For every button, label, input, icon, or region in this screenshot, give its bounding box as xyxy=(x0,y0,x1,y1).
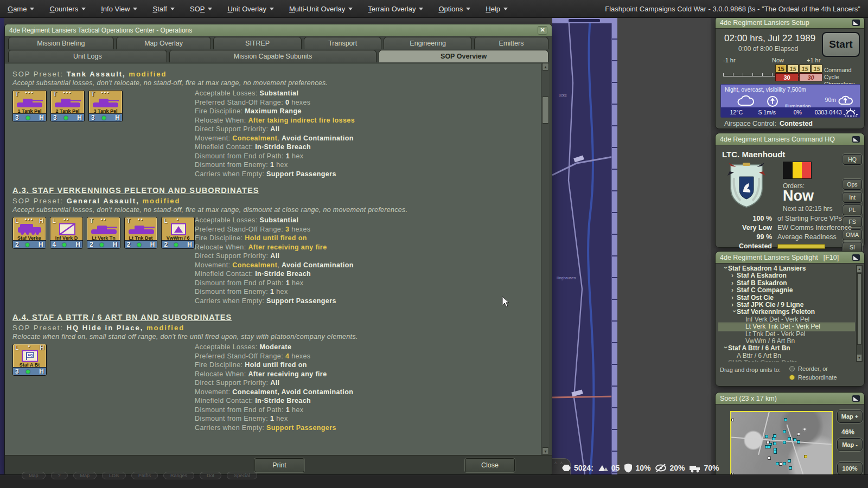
panel-resize-icon[interactable] xyxy=(852,395,860,402)
reorder-option[interactable]: Reorder, or xyxy=(789,365,828,372)
tree-item-staf-c-compagnie[interactable]: ›Staf C Compagnie xyxy=(718,287,855,294)
footer-toolbar-button[interactable]: Special xyxy=(227,472,257,479)
close-icon[interactable]: ✕ xyxy=(538,26,547,35)
menu-item-terrain-overlay[interactable]: Terrain Overlay xyxy=(360,0,431,18)
unit-tree: ›Staf Eskadron 4 Lansiers›Staf A Eskadro… xyxy=(718,265,855,362)
resubordinate-radio[interactable] xyxy=(789,375,795,380)
counter-bottom-strip: 3H xyxy=(13,367,46,375)
footer-toolbar-button[interactable]: Paths xyxy=(131,472,158,479)
tree-item-staf-b-eskadron[interactable]: ›Staf B Eskadron xyxy=(718,280,855,287)
tree-item-staf-eskadron-4-lansiers[interactable]: ›Staf Eskadron 4 Lansiers xyxy=(718,265,855,272)
unit-counter-lt-tnk-det[interactable]: T••Lt Tnk Det2H xyxy=(124,217,158,249)
menu-item-game[interactable]: Game xyxy=(0,0,42,18)
unit-counter-staf-a-bt[interactable]: LH•HQStaf A Bt3H xyxy=(12,344,47,376)
tab-map-overlay[interactable]: Map Overlay xyxy=(116,37,212,49)
tree-scrollbar[interactable]: ▲ ▼ xyxy=(856,265,863,362)
tab-engineering[interactable]: Engineering xyxy=(384,37,472,49)
scrollbar-thumb[interactable] xyxy=(542,97,549,124)
tree-scroll-down-icon[interactable]: ▼ xyxy=(857,355,861,361)
hq-button-ops[interactable]: Ops xyxy=(843,179,862,190)
menu-item-options[interactable]: Options xyxy=(431,0,478,18)
tab-sitrep[interactable]: SITREP xyxy=(213,37,302,49)
start-button[interactable]: Start xyxy=(822,32,860,57)
sop-attribute: Movement: Concealment, Avoid Contaminati… xyxy=(195,134,542,143)
tree-item-staf-verkennings-peleton[interactable]: ›Staf Verkennings Peleton xyxy=(718,309,855,316)
tree-item-vwwrn-6-art-bn[interactable]: VwWrn / 6 Art Bn xyxy=(718,338,855,345)
unit-counter-staf-verke[interactable]: LH•••Staf Verke2H xyxy=(12,217,46,249)
map-zoom-in-button[interactable]: Map + xyxy=(837,410,863,423)
footer-toolbar-button[interactable]: Ranges xyxy=(163,472,194,479)
weather-box[interactable]: Night, overcast, visibility 7,500m 90m i… xyxy=(720,84,860,118)
footer-toolbar-button[interactable]: ? xyxy=(51,472,68,479)
counter-strength-dots: •• xyxy=(87,216,120,222)
close-button[interactable]: Close xyxy=(465,458,515,472)
tree-item-a-bttr-6-art-bn[interactable]: A Bttr / 6 Art Bn xyxy=(718,352,855,359)
reorder-radio[interactable] xyxy=(789,366,795,371)
hq-button-hq[interactable]: HQ xyxy=(843,154,862,165)
attribute-value: Concealment xyxy=(232,134,277,142)
tree-item-lt-tnk-det-verk-pel[interactable]: Lt Tnk Det - Verk Pel xyxy=(718,331,855,338)
scroll-down-icon[interactable]: ▼ xyxy=(542,447,549,455)
unit-counter-1-tank-pel[interactable]: T•••1 Tank Pel3H xyxy=(12,90,47,122)
minimap-panel-titlebar[interactable]: Soest (23 x 17 km) xyxy=(716,393,864,404)
tree-scroll-up-icon[interactable]: ▲ xyxy=(857,266,861,272)
tab-row-1: Mission BriefingMap OverlaySITREPTranspo… xyxy=(5,36,552,49)
unit-counter-2-tank-pel[interactable]: T•••2 Tank Pel3H xyxy=(50,90,85,122)
airspace-control: Airspace Control:Contested xyxy=(724,120,813,127)
footer-toolbar-button[interactable]: Map xyxy=(22,472,46,479)
menu-item-multi-unit-overlay[interactable]: Multi-Unit Overlay xyxy=(282,0,360,18)
attribute-value: All xyxy=(270,252,279,260)
tree-item-lt-verk-tnk-det-verk-pel[interactable]: Lt Verk Tnk Det - Verk Pel xyxy=(718,323,855,330)
footer-toolbar-button[interactable]: Map xyxy=(73,472,97,479)
tab-sop-overview[interactable]: SOP Overview xyxy=(379,50,548,62)
sop-preset-modified: modified xyxy=(146,324,184,332)
dialog-titlebar[interactable]: 4de Regiment Lansiers Tactical Operation… xyxy=(5,24,552,36)
tree-item-inf-verk-det-verk-pel[interactable]: Inf Verk Det - Verk Pel xyxy=(718,316,855,323)
sop-attribute: Direct Support Priority: All xyxy=(195,252,542,261)
panel-resize-icon[interactable] xyxy=(852,20,860,26)
unit-counter-3-tank-pel[interactable]: T•••3 Tank Pel3H xyxy=(88,90,123,122)
menu-item-unit-overlay[interactable]: Unit Overlay xyxy=(220,0,282,18)
tab-unit-logs[interactable]: Unit Logs xyxy=(8,50,167,62)
tab-transport[interactable]: Transport xyxy=(304,37,381,49)
chevron-closed-icon: › xyxy=(731,301,737,309)
menu-item-staff[interactable]: Staff xyxy=(145,0,182,18)
menu-item-help[interactable]: Help xyxy=(478,0,515,18)
tree-item-staf-jpk-cie-9-ligne[interactable]: ›Staf JPK Cie / 9 Ligne xyxy=(718,301,855,309)
hq-panel-titlebar[interactable]: 4de Regiment Lansiers Command HQ xyxy=(716,133,864,145)
panel-resize-icon[interactable] xyxy=(852,136,860,143)
footer-toolbar-button[interactable]: Dot xyxy=(200,472,221,479)
panel-resize-icon[interactable] xyxy=(852,254,860,261)
section-body: LH•••Staf Verke2HL••Inf Verk D4HT••Lt Ve… xyxy=(12,216,542,305)
hq-button-int[interactable]: Int xyxy=(843,192,862,203)
resubordinate-option[interactable]: Resubordinate xyxy=(789,374,837,381)
attribute-value: In-Stride Breach xyxy=(255,270,311,278)
map-zoom-full-button[interactable]: 100% xyxy=(837,462,863,475)
wind: S 1m/s xyxy=(752,109,783,115)
tab-mission-briefing[interactable]: Mission Briefing xyxy=(8,37,114,49)
scroll-up-icon[interactable]: ▲ xyxy=(542,63,549,70)
print-button[interactable]: Print xyxy=(254,458,304,472)
tab-mission-capable-subunits[interactable]: Mission Capable Subunits xyxy=(169,50,377,62)
tree-item-staf-a-bttr-6-art-bn[interactable]: ›Staf A Bttr / 6 Art Bn xyxy=(718,345,855,352)
map-zoom-out-button[interactable]: Map - xyxy=(837,438,863,451)
tree-item-staf-ost-cie[interactable]: ›Staf Ost Cie xyxy=(718,294,855,301)
tank-silhouette xyxy=(126,223,157,236)
unit-counter-lt-verk-tn[interactable]: T••Lt Verk Tn2H xyxy=(87,217,120,249)
spotlight-panel-titlebar[interactable]: 4de Regiment Lansiers Spotlight [F10] xyxy=(716,252,864,264)
unit-counter-vwwrn-6[interactable]: L•VwWrn / 62H xyxy=(161,217,195,249)
tab-emitters[interactable]: Emitters xyxy=(474,37,548,49)
tree-item-staf-a-eskadron[interactable]: ›Staf A Eskadron xyxy=(718,272,855,279)
menu-item-counters[interactable]: Counters xyxy=(42,0,93,18)
setup-panel-titlebar[interactable]: 4de Regiment Lansiers Setup xyxy=(716,17,864,29)
content-scrollbar[interactable]: ▲ ▼ xyxy=(541,63,549,455)
tree-item-shq-task-group-delta[interactable]: ›SHQ Task Group Delta xyxy=(718,359,855,362)
background-map[interactable]: ücke ilinghausen xyxy=(552,18,617,474)
illumination-value: 0% xyxy=(782,109,813,115)
menu-item-info-view[interactable]: Info View xyxy=(93,0,145,18)
tree-scrollbar-thumb[interactable] xyxy=(857,273,861,345)
unit-counter-inf-verk-d[interactable]: L••Inf Verk D4H xyxy=(50,217,84,249)
menu-item-sop[interactable]: SOP xyxy=(182,0,220,18)
hq-button-pl[interactable]: PL xyxy=(843,204,862,215)
footer-toolbar-button[interactable]: LOS xyxy=(102,472,126,479)
